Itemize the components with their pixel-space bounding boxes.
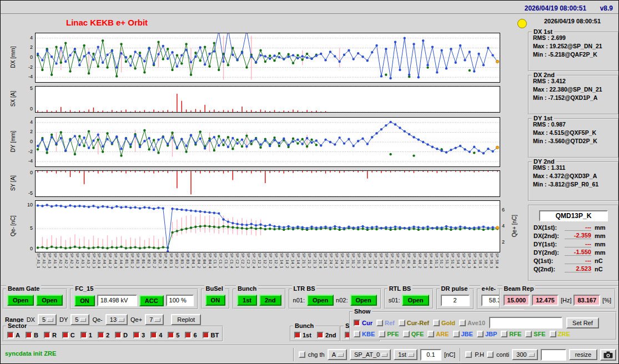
show-jbe-checkbox[interactable] xyxy=(453,331,460,337)
show-are-checkbox[interactable] xyxy=(427,331,434,337)
monitor-select[interactable]: SP_AT_0 xyxy=(350,349,391,360)
sector-6-item[interactable]: 6 xyxy=(185,332,197,338)
beam-rep-value-2: 12.475 xyxy=(532,295,558,306)
show-qfe-item[interactable]: QFE xyxy=(403,331,424,337)
monitor-row-label: Q(1st): xyxy=(534,257,565,264)
sector-5-item[interactable]: 5 xyxy=(168,332,179,338)
show-ave10-checkbox[interactable] xyxy=(459,320,466,326)
x-tick-label: SP_44_3 xyxy=(423,253,427,268)
show-ave10-item[interactable]: Ave10 xyxy=(459,320,485,326)
x-tick-label: SP_C1_1 xyxy=(213,253,217,268)
show-pfe-item[interactable]: PFE xyxy=(379,331,399,337)
show-zre-item[interactable]: ZRE xyxy=(550,331,570,337)
sector-r-checkbox[interactable] xyxy=(44,332,51,338)
sector-3-label: 3 xyxy=(142,332,145,338)
bunch-1st-item[interactable]: 1st xyxy=(294,332,311,338)
chg-th-checkbox[interactable] xyxy=(299,351,305,358)
sector-r-item[interactable]: R xyxy=(44,332,57,338)
show-ref-item[interactable]: Ref xyxy=(376,320,395,326)
show-cur-ref-item[interactable]: Cur-Ref xyxy=(399,320,429,326)
beam-gate-group: Beam Gate Open Open xyxy=(3,289,67,309)
show-jbp-checkbox[interactable] xyxy=(477,331,484,337)
sector-b-checkbox[interactable] xyxy=(26,332,32,338)
bunch-1st-button[interactable]: 1st xyxy=(237,295,257,306)
show-rfe-checkbox[interactable] xyxy=(501,331,507,337)
rtl-s01-open-button[interactable]: Open xyxy=(402,295,429,306)
show-zre-checkbox[interactable] xyxy=(550,331,556,337)
show-cur-item[interactable]: Cur xyxy=(354,320,373,326)
show-jbp-item[interactable]: JBP xyxy=(477,331,497,337)
sector-5-checkbox[interactable] xyxy=(168,332,174,338)
range-dy-select[interactable]: 5 xyxy=(71,314,89,325)
beam-gate-open-1-button[interactable]: Open xyxy=(7,295,34,306)
fc15-kv-field[interactable]: 18.498 kV xyxy=(97,295,137,306)
show-jbe-item[interactable]: JBE xyxy=(453,331,473,337)
sector-b-item[interactable]: B xyxy=(26,332,38,338)
show-kbe-checkbox[interactable] xyxy=(354,331,360,337)
bunch-2nd-item[interactable]: 2nd xyxy=(317,332,336,338)
show-ref-checkbox[interactable] xyxy=(376,320,383,326)
resize-button[interactable]: resize xyxy=(569,349,597,360)
monitor-name-field[interactable]: QMD13P_K xyxy=(539,210,608,221)
sector-a-item[interactable]: A xyxy=(7,332,20,338)
replot-button[interactable]: Replot xyxy=(171,314,201,325)
snapshot-button[interactable] xyxy=(600,349,616,361)
sector-4-checkbox[interactable] xyxy=(150,332,157,338)
blank-field[interactable] xyxy=(541,349,566,361)
range-qem-select[interactable]: 13 xyxy=(105,314,128,325)
show-gold-checkbox[interactable] xyxy=(433,320,440,326)
fc15-on-button[interactable]: ON xyxy=(74,295,95,306)
ph-checkbox[interactable] xyxy=(465,351,472,358)
sector-d-checkbox[interactable] xyxy=(115,332,122,338)
range-qep-select[interactable]: 7 xyxy=(145,314,164,325)
fc15-percent-field[interactable]: 100 % xyxy=(166,295,194,306)
bunch-1st-checkbox[interactable] xyxy=(294,332,301,338)
ltr-n01-open-button[interactable]: Open xyxy=(307,295,334,306)
dr-pulse-field[interactable]: 2 xyxy=(441,295,470,306)
sector-bt-item[interactable]: BT xyxy=(203,332,219,338)
show-rfe-item[interactable]: RFE xyxy=(501,331,521,337)
show-qfe-checkbox[interactable] xyxy=(403,331,410,337)
show-kbe-label: KBE xyxy=(362,331,375,337)
show-cur-ref-checkbox[interactable] xyxy=(399,320,405,326)
sector-c-item[interactable]: C xyxy=(62,332,75,338)
x-tick-label: SP_A2_4 xyxy=(75,253,79,268)
region-select[interactable]: A xyxy=(328,349,347,360)
conti-checkbox[interactable] xyxy=(487,351,494,358)
ltr-n02-open-button[interactable]: Open xyxy=(350,295,377,306)
sector-1-item[interactable]: 1 xyxy=(80,332,92,338)
sector-c-checkbox[interactable] xyxy=(62,332,69,338)
sector-2-checkbox[interactable] xyxy=(98,332,104,338)
interval-select[interactable]: 300 xyxy=(512,349,537,360)
busel-on-button[interactable]: ON xyxy=(205,295,226,306)
show-gold-item[interactable]: Gold xyxy=(433,320,455,326)
show-cur-checkbox[interactable] xyxy=(354,320,360,326)
sector-1-checkbox[interactable] xyxy=(80,332,87,338)
ref-name-field[interactable] xyxy=(489,317,562,328)
sector-3-item[interactable]: 3 xyxy=(133,332,145,338)
fc15-acc-button[interactable]: ACC xyxy=(139,295,164,306)
range-dx-select[interactable]: 5 xyxy=(38,314,57,325)
bunch-number-select[interactable]: 1st xyxy=(394,349,417,360)
x-tick-label: SP_12_3 xyxy=(268,253,272,268)
sector-2-item[interactable]: 2 xyxy=(98,332,109,338)
beam-gate-open-2-button[interactable]: Open xyxy=(36,295,63,306)
threshold-field[interactable]: 0.1 xyxy=(420,349,441,361)
sector-6-checkbox[interactable] xyxy=(185,332,192,338)
show-gold-label: Gold xyxy=(441,320,455,326)
set-ref-button[interactable]: Set Ref xyxy=(566,317,599,328)
sector-d-item[interactable]: D xyxy=(115,332,128,338)
sector-4-item[interactable]: 4 xyxy=(150,332,162,338)
bunch-2nd-button[interactable]: 2nd xyxy=(259,295,281,306)
show-kbe-item[interactable]: KBE xyxy=(354,331,375,337)
show-pfe-checkbox[interactable] xyxy=(379,331,385,337)
show-are-item[interactable]: ARE xyxy=(427,331,449,337)
bunch-2nd-checkbox[interactable] xyxy=(317,332,324,338)
show-sfe-item[interactable]: SFE xyxy=(525,331,545,337)
sector-bt-checkbox[interactable] xyxy=(203,332,209,338)
x-tick-label: SP_14_3 xyxy=(290,253,294,268)
s01-label: s01: xyxy=(389,297,400,304)
sector-3-checkbox[interactable] xyxy=(133,332,140,338)
show-sfe-checkbox[interactable] xyxy=(525,331,532,337)
sector-a-checkbox[interactable] xyxy=(7,332,14,338)
